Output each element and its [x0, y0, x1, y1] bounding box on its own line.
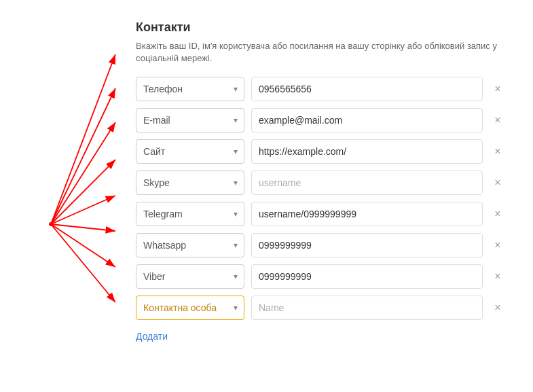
contact-value-input[interactable]: [251, 108, 483, 132]
remove-contact-button[interactable]: ×: [490, 143, 506, 160]
contact-type-select[interactable]: ТелефонE-mailСайтSkypeTelegramWhatsappVi…: [136, 264, 244, 289]
section-title: Контакти: [136, 20, 506, 35]
contact-row: ТелефонE-mailСайтSkypeTelegramWhatsappVi…: [136, 296, 506, 320]
contact-value-input[interactable]: [251, 77, 483, 101]
remove-contact-button[interactable]: ×: [490, 206, 506, 222]
svg-line-2: [51, 88, 115, 224]
contact-type-wrapper: ТелефонE-mailСайтSkypeTelegramWhatsappVi…: [136, 264, 244, 289]
contact-row: ТелефонE-mailСайтSkypeTelegramWhatsappVi…: [136, 233, 506, 257]
contact-value-input[interactable]: [251, 296, 483, 320]
contacts-list: ТелефонE-mailСайтSkypeTelegramWhatsappVi…: [136, 77, 506, 320]
remove-contact-button[interactable]: ×: [490, 237, 506, 253]
contact-value-input[interactable]: [251, 233, 483, 257]
contact-type-select[interactable]: ТелефонE-mailСайтSkypeTelegramWhatsappVi…: [136, 171, 244, 195]
contact-type-wrapper: ТелефонE-mailСайтSkypeTelegramWhatsappVi…: [136, 171, 244, 195]
contact-row: ТелефонE-mailСайтSkypeTelegramWhatsappVi…: [136, 202, 506, 226]
remove-contact-button[interactable]: ×: [490, 268, 506, 285]
contact-value-input[interactable]: [251, 171, 483, 195]
contact-row: ТелефонE-mailСайтSkypeTelegramWhatsappVi…: [136, 171, 506, 195]
contact-row: ТелефонE-mailСайтSkypeTelegramWhatsappVi…: [136, 77, 506, 101]
contact-type-select[interactable]: ТелефонE-mailСайтSkypeTelegramWhatsappVi…: [136, 108, 244, 132]
contact-type-select[interactable]: ТелефонE-mailСайтSkypeTelegramWhatsappVi…: [136, 296, 244, 320]
remove-contact-button[interactable]: ×: [490, 175, 506, 191]
svg-line-1: [51, 54, 115, 224]
arrows-decoration: [14, 14, 122, 367]
contact-row: ТелефонE-mailСайтSkypeTelegramWhatsappVi…: [136, 264, 506, 289]
svg-line-4: [51, 160, 115, 224]
contact-value-input[interactable]: [251, 139, 483, 164]
remove-contact-button[interactable]: ×: [490, 112, 506, 128]
section-description: Вкажіть ваш ID, ім'я користувача або пос…: [136, 40, 506, 65]
contact-type-wrapper: ТелефонE-mailСайтSkypeTelegramWhatsappVi…: [136, 77, 244, 101]
svg-point-9: [49, 222, 53, 226]
contact-type-wrapper: ТелефонE-mailСайтSkypeTelegramWhatsappVi…: [136, 108, 244, 132]
page-wrapper: Контакти Вкажіть ваш ID, ім'я користувач…: [14, 14, 519, 378]
contact-value-input[interactable]: [251, 202, 483, 226]
contact-row: ТелефонE-mailСайтSkypeTelegramWhatsappVi…: [136, 139, 506, 164]
contact-row: ТелефонE-mailСайтSkypeTelegramWhatsappVi…: [136, 108, 506, 132]
contact-type-select[interactable]: ТелефонE-mailСайтSkypeTelegramWhatsappVi…: [136, 77, 244, 101]
content-area: Контакти Вкажіть ваш ID, ім'я користувач…: [122, 14, 519, 378]
contact-type-select[interactable]: ТелефонE-mailСайтSkypeTelegramWhatsappVi…: [136, 202, 244, 226]
svg-line-7: [51, 224, 115, 267]
arrows-area: [14, 14, 122, 378]
remove-contact-button[interactable]: ×: [490, 81, 506, 97]
remove-contact-button[interactable]: ×: [490, 300, 506, 316]
contact-value-input[interactable]: [251, 264, 483, 289]
add-link[interactable]: Додати: [136, 331, 168, 342]
contact-type-wrapper: ТелефонE-mailСайтSkypeTelegramWhatsappVi…: [136, 233, 244, 257]
contact-type-wrapper: ТелефонE-mailСайтSkypeTelegramWhatsappVi…: [136, 202, 244, 226]
svg-line-8: [51, 224, 115, 302]
contact-type-wrapper: ТелефонE-mailСайтSkypeTelegramWhatsappVi…: [136, 296, 244, 320]
contact-type-select[interactable]: ТелефонE-mailСайтSkypeTelegramWhatsappVi…: [136, 139, 244, 164]
contact-type-select[interactable]: ТелефонE-mailСайтSkypeTelegramWhatsappVi…: [136, 233, 244, 257]
contact-type-wrapper: ТелефонE-mailСайтSkypeTelegramWhatsappVi…: [136, 139, 244, 164]
